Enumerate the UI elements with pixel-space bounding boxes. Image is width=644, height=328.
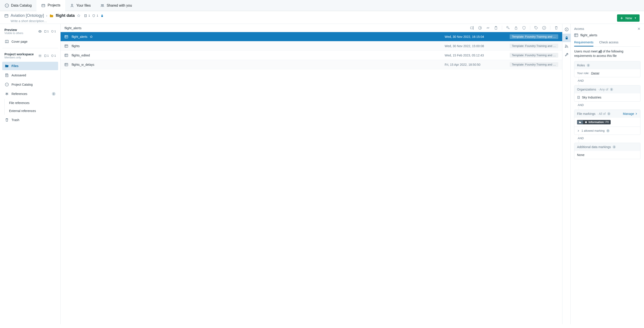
access-panel: Access flight_alerts Requirements Check … bbox=[571, 24, 644, 324]
dataset-icon bbox=[64, 35, 68, 38]
file-badge: Template: Foundry Training and … bbox=[510, 44, 558, 48]
info-icon[interactable]: i bbox=[610, 88, 613, 91]
rail-access[interactable] bbox=[562, 34, 571, 42]
rail-info[interactable] bbox=[562, 25, 571, 34]
file-date: Wed, 30 Nov 2022, 15:00:08 bbox=[445, 44, 506, 48]
file-name: flight_alerts bbox=[72, 35, 88, 39]
sidebar-item-label: Cover page bbox=[12, 40, 28, 43]
project-icon bbox=[4, 14, 8, 18]
rail-tools[interactable] bbox=[562, 51, 571, 59]
tab-check-access[interactable]: Check access bbox=[599, 41, 618, 47]
sidebar-workspace-sub: Members only bbox=[4, 56, 34, 59]
gear-icon[interactable] bbox=[38, 54, 42, 58]
sidebar-item-label: Autosaved bbox=[12, 73, 26, 77]
file-name: flights_edited bbox=[72, 54, 90, 57]
svg-rect-27 bbox=[578, 96, 580, 99]
meta-count-1: 1 bbox=[88, 14, 90, 17]
sidebar-item-trash[interactable]: Trash bbox=[2, 116, 58, 124]
trash-icon[interactable] bbox=[554, 26, 558, 30]
file-date: Wed, 30 Nov 2022, 16:15:04 bbox=[445, 35, 506, 39]
sidebar-item-files[interactable]: Files bbox=[2, 62, 58, 70]
svg-rect-26 bbox=[574, 34, 578, 37]
sidebar-preview-title: Preview bbox=[4, 28, 23, 32]
wrench-icon bbox=[565, 53, 569, 57]
file-row[interactable]: flight_alerts Wed, 30 Nov 2022, 16:15:04… bbox=[60, 32, 562, 41]
sidebar-item-autosaved[interactable]: Autosaved bbox=[2, 71, 58, 79]
close-icon[interactable] bbox=[637, 27, 640, 30]
info-icon[interactable]: i bbox=[587, 64, 590, 67]
file-list: flight_alerts Wed, 30 Nov 2022, 16:15:04… bbox=[60, 32, 562, 324]
shield-icon bbox=[585, 121, 587, 123]
addl-title: Additional data markings bbox=[577, 145, 611, 149]
rename-icon[interactable] bbox=[470, 26, 474, 30]
move-icon[interactable] bbox=[478, 26, 482, 30]
tab-shared[interactable]: Shared with you bbox=[96, 0, 137, 11]
requirements-text: Users must meet all of the following req… bbox=[574, 49, 640, 58]
sidebar-preview-sub: Visible to others bbox=[4, 32, 23, 35]
tab-requirements[interactable]: Requirements bbox=[574, 41, 594, 47]
tab-label: Data Catalog bbox=[11, 4, 32, 8]
sidebar-item-references[interactable]: References i bbox=[2, 90, 58, 98]
svg-point-8 bbox=[40, 31, 40, 32]
tab-data-catalog[interactable]: Data Catalog bbox=[0, 0, 36, 11]
info-icon[interactable]: i bbox=[606, 129, 610, 132]
sidebar-item-label: Project Catalog bbox=[12, 83, 33, 86]
user-icon bbox=[70, 4, 74, 8]
link-icon[interactable] bbox=[486, 26, 490, 30]
star-icon[interactable] bbox=[90, 35, 93, 38]
file-row[interactable]: flights_w_delays Fri, 15 Apr 2022, 18:50… bbox=[60, 60, 562, 69]
file-badge: Template: Foundry Training and … bbox=[510, 62, 558, 67]
sidebar-item-label: Trash bbox=[12, 118, 19, 122]
sidebar-workspace-title: Project workspace bbox=[4, 52, 34, 56]
allowed-marking-toggle[interactable]: 1 allowed marking i bbox=[574, 127, 640, 134]
svg-rect-21 bbox=[65, 45, 68, 47]
star-icon[interactable] bbox=[77, 14, 80, 18]
svg-rect-13 bbox=[470, 27, 473, 29]
eye-icon[interactable] bbox=[38, 30, 42, 33]
svg-rect-20 bbox=[65, 35, 68, 38]
description-input[interactable]: Write a short description… bbox=[4, 19, 104, 23]
sidebar-item-project-catalog[interactable]: Project Catalog bbox=[2, 80, 58, 89]
info-icon[interactable]: i bbox=[612, 145, 616, 148]
svg-rect-22 bbox=[65, 54, 68, 57]
sidebar-item-file-references[interactable]: File references bbox=[5, 99, 58, 107]
svg-rect-18 bbox=[515, 28, 517, 30]
lock-icon[interactable] bbox=[514, 26, 518, 30]
sidebar-item-cover-page[interactable]: Cover page bbox=[2, 37, 58, 46]
save-icon bbox=[5, 73, 9, 77]
chevron-right-icon bbox=[577, 129, 580, 132]
info-icon[interactable]: i bbox=[607, 112, 610, 115]
file-toolbar: flight_alerts bbox=[60, 24, 562, 32]
building-icon bbox=[577, 96, 580, 99]
key-icon[interactable] bbox=[506, 26, 510, 30]
and-separator: AND bbox=[576, 79, 585, 82]
file-markings-box: File markings · All of i Manage Informat… bbox=[574, 110, 640, 135]
tab-your-files[interactable]: Your files bbox=[65, 0, 96, 11]
people-icon bbox=[100, 4, 104, 8]
file-row[interactable]: flights Wed, 30 Nov 2022, 15:00:08 Templ… bbox=[60, 41, 562, 51]
new-button[interactable]: New ▼ bbox=[617, 14, 640, 22]
building-icon bbox=[84, 14, 87, 17]
sidebar-item-label: References bbox=[12, 92, 28, 96]
sidebar-item-external-references[interactable]: External references bbox=[5, 107, 58, 115]
svg-point-4 bbox=[102, 5, 104, 6]
info-icon: i bbox=[52, 92, 56, 96]
roles-box: Rolesi Your role: Owner bbox=[574, 61, 640, 77]
rail-activity[interactable] bbox=[562, 42, 571, 51]
verify-icon[interactable] bbox=[542, 26, 546, 30]
file-row[interactable]: flights_edited Wed, 15 Feb 2023, 05:12:4… bbox=[60, 51, 562, 60]
manage-link[interactable]: Manage bbox=[623, 112, 638, 115]
svg-rect-7 bbox=[101, 16, 103, 17]
clipboard-icon[interactable] bbox=[494, 26, 498, 30]
tab-label: Your files bbox=[76, 4, 90, 8]
tab-projects[interactable]: Projects bbox=[36, 0, 65, 11]
compass-icon bbox=[5, 83, 9, 87]
svg-rect-1 bbox=[42, 5, 45, 7]
file-date: Fri, 15 Apr 2022, 18:50:50 bbox=[445, 63, 506, 66]
svg-rect-5 bbox=[5, 14, 8, 17]
breadcrumb-bar: Aviation [Ontology] › flight data 1 1 Wr… bbox=[0, 11, 644, 24]
shield-icon[interactable] bbox=[522, 26, 526, 30]
tag-icon[interactable] bbox=[534, 26, 538, 30]
breadcrumb-parent[interactable]: Aviation [Ontology] bbox=[10, 13, 44, 18]
breadcrumb: Aviation [Ontology] › flight data 1 1 bbox=[4, 13, 104, 18]
